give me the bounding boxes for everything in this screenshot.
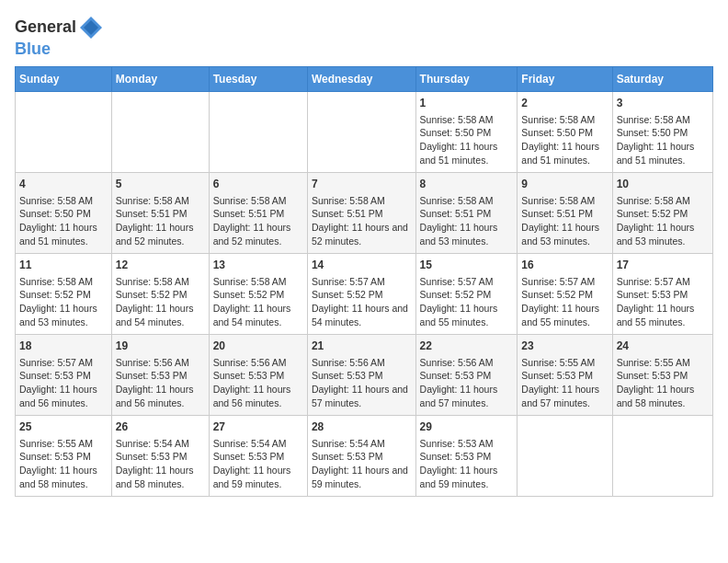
sunrise-label: Sunrise: 5:58 AM [116,195,189,206]
day-cell [518,415,612,496]
sunrise-label: Sunrise: 5:58 AM [521,114,595,125]
day-cell: 22Sunrise: 5:56 AMSunset: 5:53 PMDayligh… [415,334,518,415]
day-cell: 3Sunrise: 5:58 AMSunset: 5:50 PMDaylight… [612,91,712,172]
daylight-label: Daylight: 11 hours and 56 minutes. [213,384,291,408]
day-number: 24 [617,339,709,354]
col-header-wednesday: Wednesday [307,66,415,91]
sunset-label: Sunset: 5:51 PM [420,208,492,219]
day-number: 15 [420,258,514,273]
daylight-label: Daylight: 11 hours and 59 minutes. [420,465,498,489]
sunrise-label: Sunrise: 5:57 AM [19,357,93,368]
day-number: 22 [420,339,514,354]
day-number: 4 [19,177,108,192]
day-number: 7 [312,177,412,192]
daylight-label: Daylight: 11 hours and 56 minutes. [116,384,194,408]
day-cell: 14Sunrise: 5:57 AMSunset: 5:52 PMDayligh… [307,253,415,334]
sunset-label: Sunset: 5:52 PM [521,289,593,300]
day-cell: 21Sunrise: 5:56 AMSunset: 5:53 PMDayligh… [307,334,415,415]
daylight-label: Daylight: 11 hours and 51 minutes. [617,141,695,166]
day-cell: 10Sunrise: 5:58 AMSunset: 5:52 PMDayligh… [612,172,712,253]
sunset-label: Sunset: 5:50 PM [521,127,593,138]
day-number: 9 [521,177,608,192]
day-number: 16 [521,258,608,273]
daylight-label: Daylight: 11 hours and 53 minutes. [19,303,97,327]
week-row-1: 1Sunrise: 5:58 AMSunset: 5:50 PMDaylight… [16,91,713,172]
day-number: 13 [213,258,303,273]
sunset-label: Sunset: 5:52 PM [312,289,383,300]
daylight-label: Daylight: 11 hours and 55 minutes. [521,303,599,327]
day-cell [209,91,307,172]
day-number: 21 [312,339,412,354]
sunset-label: Sunset: 5:53 PM [420,370,492,381]
day-cell: 28Sunrise: 5:54 AMSunset: 5:53 PMDayligh… [307,415,415,496]
day-cell: 15Sunrise: 5:57 AMSunset: 5:52 PMDayligh… [415,253,518,334]
day-number: 18 [19,339,108,354]
sunset-label: Sunset: 5:53 PM [521,370,593,381]
daylight-label: Daylight: 11 hours and 55 minutes. [617,303,695,327]
col-header-tuesday: Tuesday [209,66,307,91]
day-cell: 1Sunrise: 5:58 AMSunset: 5:50 PMDaylight… [415,91,518,172]
daylight-label: Daylight: 11 hours and 59 minutes. [312,465,408,489]
day-cell: 29Sunrise: 5:53 AMSunset: 5:53 PMDayligh… [415,415,518,496]
sunset-label: Sunset: 5:53 PM [213,451,285,462]
sunrise-label: Sunrise: 5:58 AM [213,195,287,206]
day-cell: 25Sunrise: 5:55 AMSunset: 5:53 PMDayligh… [16,415,112,496]
week-row-3: 11Sunrise: 5:58 AMSunset: 5:52 PMDayligh… [16,253,713,334]
daylight-label: Daylight: 11 hours and 59 minutes. [213,465,291,489]
sunset-label: Sunset: 5:51 PM [213,208,285,219]
day-number: 29 [420,419,514,435]
sunrise-label: Sunrise: 5:56 AM [420,357,494,368]
day-cell: 13Sunrise: 5:58 AMSunset: 5:52 PMDayligh… [209,253,307,334]
sunset-label: Sunset: 5:53 PM [420,451,492,462]
sunset-label: Sunset: 5:53 PM [312,451,383,462]
sunrise-label: Sunrise: 5:57 AM [617,276,690,287]
day-number: 23 [521,339,608,354]
day-cell: 19Sunrise: 5:56 AMSunset: 5:53 PMDayligh… [111,334,209,415]
daylight-label: Daylight: 11 hours and 57 minutes. [312,384,408,408]
sunrise-label: Sunrise: 5:56 AM [213,357,287,368]
sunset-label: Sunset: 5:52 PM [420,289,492,300]
day-cell: 4Sunrise: 5:58 AMSunset: 5:50 PMDaylight… [16,172,112,253]
sunrise-label: Sunrise: 5:55 AM [19,438,93,449]
day-cell [111,91,209,172]
daylight-label: Daylight: 11 hours and 54 minutes. [116,303,194,327]
day-number: 12 [116,258,205,273]
daylight-label: Daylight: 11 hours and 53 minutes. [617,222,695,247]
sunset-label: Sunset: 5:50 PM [420,127,492,138]
sunrise-label: Sunrise: 5:57 AM [521,276,595,287]
day-number: 27 [213,419,303,435]
daylight-label: Daylight: 11 hours and 58 minutes. [19,465,97,489]
day-number: 8 [420,177,514,192]
sunrise-label: Sunrise: 5:54 AM [213,438,287,449]
sunset-label: Sunset: 5:53 PM [617,289,688,300]
sunrise-label: Sunrise: 5:58 AM [19,195,93,206]
col-header-monday: Monday [111,66,209,91]
sunset-label: Sunset: 5:52 PM [116,289,188,300]
day-number: 17 [617,258,709,273]
day-cell: 5Sunrise: 5:58 AMSunset: 5:51 PMDaylight… [111,172,209,253]
col-header-sunday: Sunday [16,66,112,91]
day-cell: 26Sunrise: 5:54 AMSunset: 5:53 PMDayligh… [111,415,209,496]
day-number: 1 [420,96,514,111]
week-row-4: 18Sunrise: 5:57 AMSunset: 5:53 PMDayligh… [16,334,713,415]
day-number: 11 [19,258,108,273]
daylight-label: Daylight: 11 hours and 52 minutes. [116,222,194,247]
day-cell: 11Sunrise: 5:58 AMSunset: 5:52 PMDayligh… [16,253,112,334]
sunrise-label: Sunrise: 5:57 AM [420,276,494,287]
header-row: SundayMondayTuesdayWednesdayThursdayFrid… [16,66,713,91]
logo: General Blue [15,15,104,59]
day-cell: 27Sunrise: 5:54 AMSunset: 5:53 PMDayligh… [209,415,307,496]
col-header-friday: Friday [518,66,612,91]
sunset-label: Sunset: 5:51 PM [521,208,593,219]
day-cell: 2Sunrise: 5:58 AMSunset: 5:50 PMDaylight… [518,91,612,172]
day-cell: 17Sunrise: 5:57 AMSunset: 5:53 PMDayligh… [612,253,712,334]
sunrise-label: Sunrise: 5:57 AM [312,276,385,287]
header: General Blue [15,15,713,59]
sunrise-label: Sunrise: 5:55 AM [521,357,595,368]
daylight-label: Daylight: 11 hours and 54 minutes. [312,303,408,327]
daylight-label: Daylight: 11 hours and 51 minutes. [420,141,498,166]
day-cell: 9Sunrise: 5:58 AMSunset: 5:51 PMDaylight… [518,172,612,253]
day-cell: 6Sunrise: 5:58 AMSunset: 5:51 PMDaylight… [209,172,307,253]
day-cell: 12Sunrise: 5:58 AMSunset: 5:52 PMDayligh… [111,253,209,334]
daylight-label: Daylight: 11 hours and 58 minutes. [617,384,695,408]
